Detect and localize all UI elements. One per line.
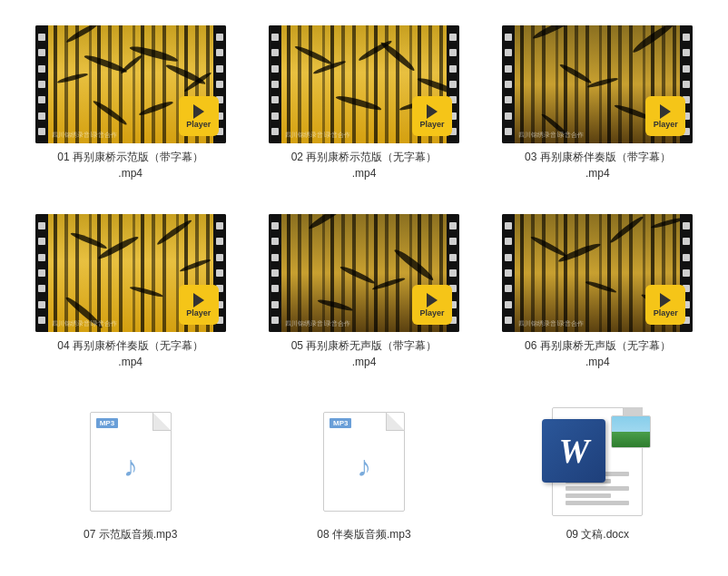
file-label-09: 09 文稿.docx — [566, 526, 629, 542]
file-label-03: 03 再别康桥伴奏版（带字幕）.mp4 — [525, 149, 671, 181]
doc-line — [566, 501, 629, 505]
file-item-01[interactable]: 四川锦绣录音∣录音合作 Player 01 再别康桥示范版（带字幕）.mp4 — [18, 18, 242, 189]
player-label: Player — [419, 308, 444, 317]
doc-file-base: W — [552, 407, 643, 516]
file-label-04: 04 再别康桥伴奏版（无字幕）.mp4 — [57, 337, 203, 370]
file-label-07: 07 示范版音频.mp3 — [84, 526, 177, 542]
doc-photo-thumbnail — [611, 415, 651, 448]
file-item-06[interactable]: 四川锦绣录音∣录音合作 Player 06 再别康桥无声版（无字幕）.mp4 — [486, 207, 710, 377]
mp3-tag: MP3 — [330, 418, 351, 428]
watermark: 四川锦绣录音∣录音合作 — [52, 319, 117, 328]
player-label: Player — [186, 308, 211, 317]
file-label-06: 06 再别康桥无声版（无字幕）.mp4 — [525, 337, 671, 370]
player-label: Player — [419, 120, 444, 129]
play-icon — [193, 104, 204, 119]
player-label: Player — [186, 120, 211, 129]
play-icon — [193, 293, 204, 308]
word-letter: W — [558, 431, 589, 471]
video-thumbnail-03[interactable]: 四川锦绣录音∣录音合作 Player — [502, 25, 693, 143]
video-thumbnail-05[interactable]: 四川锦绣录音∣录音合作 Player — [269, 214, 459, 332]
file-label-08: 08 伴奏版音频.mp3 — [317, 526, 410, 542]
watermark: 四川锦绣录音∣录音合作 — [518, 319, 584, 328]
doc-line — [566, 493, 611, 498]
player-button-05[interactable]: Player — [412, 285, 452, 325]
mp3-tag: MP3 — [96, 418, 118, 428]
watermark: 四川锦绣录音∣录音合作 — [52, 131, 117, 140]
watermark: 四川锦绣录音∣录音合作 — [518, 131, 584, 140]
mp3-file-icon: MP3 ♪ — [90, 412, 172, 512]
file-item-04[interactable]: 四川锦绣录音∣录音合作 Player 04 再别康桥伴奏版（无字幕）.mp4 — [18, 207, 242, 377]
mp3-icon-07: MP3 ♪ — [81, 403, 181, 521]
play-icon — [427, 104, 438, 119]
play-icon — [427, 293, 438, 308]
play-icon — [660, 104, 671, 119]
doc-line — [566, 486, 629, 491]
watermark: 四川锦绣录音∣录音合作 — [285, 319, 350, 328]
file-item-03[interactable]: 四川锦绣录音∣录音合作 Player 03 再别康桥伴奏版（带字幕）.mp4 — [486, 18, 710, 189]
film-holes-left — [35, 25, 48, 143]
music-note-icon: ♪ — [357, 450, 371, 483]
file-grid: 四川锦绣录音∣录音合作 Player 01 再别康桥示范版（带字幕）.mp4 — [18, 18, 710, 550]
player-button-01[interactable]: Player — [179, 96, 219, 136]
video-thumbnail-04[interactable]: 四川锦绣录音∣录音合作 Player — [35, 214, 226, 332]
file-item-09[interactable]: W 09 文稿.docx — [486, 395, 710, 550]
video-thumbnail-01[interactable]: 四川锦绣录音∣录音合作 Player — [35, 25, 226, 143]
player-button-02[interactable]: Player — [412, 96, 452, 136]
file-item-08[interactable]: MP3 ♪ 08 伴奏版音频.mp3 — [251, 395, 476, 550]
file-label-05: 05 再别康桥无声版（带字幕）.mp4 — [291, 337, 438, 370]
music-note-icon: ♪ — [123, 450, 138, 483]
word-badge: W — [542, 419, 605, 483]
player-label: Player — [654, 120, 678, 129]
video-thumbnail-02[interactable]: 四川锦绣录音∣录音合作 Player — [269, 25, 459, 143]
watermark: 四川锦绣录音∣录音合作 — [285, 131, 350, 140]
file-item-02[interactable]: 四川锦绣录音∣录音合作 Player 02 再别康桥示范版（无字幕）.mp4 — [251, 18, 476, 189]
file-label-01: 01 再别康桥示范版（带字幕）.mp4 — [57, 149, 203, 181]
play-icon — [660, 293, 671, 308]
file-item-07[interactable]: MP3 ♪ 07 示范版音频.mp3 — [18, 395, 242, 550]
player-label: Player — [654, 308, 678, 317]
player-button-06[interactable]: Player — [645, 285, 685, 325]
mp3-file-icon: MP3 ♪ — [323, 412, 405, 512]
player-button-04[interactable]: Player — [179, 285, 219, 325]
player-button-03[interactable]: Player — [645, 96, 685, 136]
mp3-icon-08: MP3 ♪ — [314, 403, 414, 521]
file-label-02: 02 再别康桥示范版（无字幕）.mp4 — [291, 149, 438, 181]
file-item-05[interactable]: 四川锦绣录音∣录音合作 Player 05 再别康桥无声版（带字幕）.mp4 — [251, 207, 476, 377]
video-thumbnail-06[interactable]: 四川锦绣录音∣录音合作 Player — [502, 214, 693, 332]
docx-icon-09: W — [507, 403, 688, 521]
